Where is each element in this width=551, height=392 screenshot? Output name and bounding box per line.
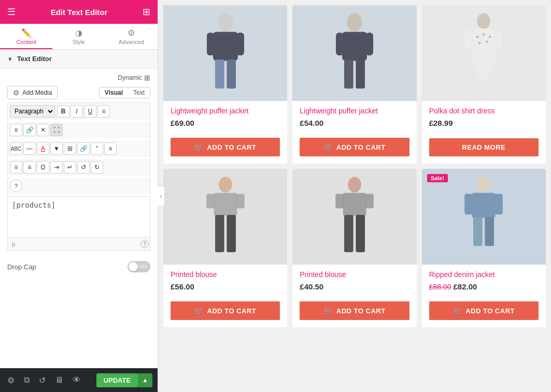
- tab-style[interactable]: ◑ Style: [52, 24, 105, 49]
- main-area: Lightweight puffer jacket £69.00 🛒 ADD T…: [158, 0, 551, 392]
- svg-rect-25: [227, 215, 236, 252]
- add-to-cart-button[interactable]: 🛒 ADD TO CART: [300, 301, 409, 320]
- svg-point-12: [477, 13, 491, 28]
- tab-content[interactable]: ✏️ Content: [0, 24, 52, 49]
- tab-advanced[interactable]: ⚙ Advanced: [105, 24, 158, 49]
- svg-rect-18: [465, 30, 472, 49]
- media-icon: ⚙: [13, 89, 20, 97]
- svg-rect-10: [344, 60, 354, 89]
- align-button[interactable]: ≡: [97, 105, 110, 118]
- underline-button[interactable]: U: [84, 105, 96, 118]
- add-to-cart-button[interactable]: 🛒 ADD TO CART: [300, 138, 409, 156]
- add-to-cart-button[interactable]: 🛒 ADD TO CART: [171, 301, 280, 320]
- editor-area[interactable]: [products]: [7, 196, 150, 238]
- abc-button[interactable]: ABC: [10, 142, 22, 155]
- product-info: Printed blouse £40.50: [292, 265, 416, 301]
- panel-tabs: ✏️ Content ◑ Style ⚙ Advanced: [0, 24, 158, 50]
- product-card: Polka dot shirt dress £28.99 READ MORE: [422, 5, 546, 164]
- cart-icon: 🛒: [194, 307, 204, 315]
- add-to-cart-label: ADD TO CART: [465, 307, 515, 315]
- fullscreen-button[interactable]: ⛶: [50, 124, 63, 136]
- cart-icon: 🛒: [194, 143, 204, 151]
- omega-button[interactable]: Ω: [37, 161, 49, 173]
- undo-button[interactable]: ↺: [77, 161, 90, 173]
- svg-point-0: [218, 13, 233, 31]
- bold-button[interactable]: B: [57, 105, 69, 118]
- cart-icon: 🛒: [323, 307, 333, 315]
- dismiss-button[interactable]: ✕: [37, 124, 49, 136]
- add-to-cart-label: ADD TO CART: [207, 143, 257, 151]
- product-name: Printed blouse: [300, 270, 409, 279]
- help-toolbar-button[interactable]: ?: [10, 180, 22, 192]
- add-to-cart-button[interactable]: 🛒 ADD TO CART: [429, 301, 539, 320]
- product-price-container: £56.00: [171, 282, 280, 291]
- hamburger-icon[interactable]: ☰: [7, 6, 16, 18]
- svg-rect-1: [213, 32, 238, 61]
- product-card: Lightweight puffer jacket £69.00 🛒 ADD T…: [163, 5, 287, 164]
- dynamic-label: Dynamic: [118, 74, 142, 81]
- settings-icon[interactable]: ⚙: [5, 373, 17, 387]
- redo-button[interactable]: ↻: [91, 161, 103, 173]
- toolbar-row-3: ABC — A ▼ ⊞ 🔗 " ≡: [7, 140, 150, 157]
- text-button[interactable]: Text: [128, 88, 150, 98]
- product-price: £40.50: [300, 282, 323, 291]
- text-color-button[interactable]: A: [37, 142, 49, 155]
- history-icon[interactable]: ↺: [37, 373, 48, 387]
- collapse-handle[interactable]: ‹: [158, 186, 165, 207]
- link-button[interactable]: 🔗: [23, 124, 36, 136]
- panel-body: Dynamic ⊞ ⚙ Add Media Visual Text Paragr…: [0, 68, 158, 368]
- indent-button[interactable]: ⇥: [50, 161, 63, 173]
- product-info: Lightweight puffer jacket £54.00: [292, 101, 416, 138]
- svg-rect-8: [336, 33, 343, 55]
- layers-icon[interactable]: ⧉: [22, 373, 32, 387]
- cart-icon: 🛒: [453, 307, 462, 315]
- product-price: £28.99: [429, 119, 453, 127]
- update-button[interactable]: UPDATE: [96, 373, 138, 387]
- hr-button[interactable]: —: [23, 142, 36, 155]
- add-to-cart-button[interactable]: 🛒 ADD TO CART: [171, 138, 280, 156]
- visual-button[interactable]: Visual: [100, 88, 128, 98]
- eye-icon[interactable]: 👁: [70, 373, 83, 387]
- product-price-container: £40.50: [300, 282, 409, 291]
- help-icon[interactable]: ?: [140, 240, 149, 248]
- product-price: £56.00: [171, 282, 194, 291]
- dynamic-icon[interactable]: ⊞: [144, 74, 150, 82]
- italic-button[interactable]: I: [70, 105, 83, 118]
- update-dropdown-button[interactable]: ▲: [138, 373, 152, 387]
- grid-icon[interactable]: ⊞: [143, 6, 150, 18]
- svg-point-20: [219, 177, 232, 192]
- align-center-button[interactable]: ≡: [23, 161, 36, 173]
- add-to-cart-label: ADD TO CART: [336, 307, 386, 315]
- svg-rect-11: [356, 60, 365, 89]
- read-more-button[interactable]: READ MORE: [429, 138, 539, 156]
- product-name: Lightweight puffer jacket: [171, 106, 280, 115]
- product-image: [163, 5, 287, 101]
- svg-point-14: [483, 33, 485, 36]
- product-card: Sale! Ripped denim jacket £88.00£82.00 🛒…: [422, 169, 546, 327]
- product-price-container: £28.99: [429, 119, 539, 127]
- drop-cap-toggle[interactable]: OFF: [128, 261, 150, 272]
- add-to-cart-label: ADD TO CART: [336, 143, 386, 151]
- svg-rect-34: [465, 194, 473, 214]
- products-grid: Lightweight puffer jacket £69.00 🛒 ADD T…: [163, 5, 546, 327]
- product-image: [422, 5, 546, 101]
- svg-point-6: [347, 13, 362, 31]
- list-button[interactable]: ≡: [10, 124, 22, 136]
- custom2-button[interactable]: 🔗: [77, 142, 90, 155]
- cart-icon: 🛒: [323, 143, 333, 151]
- custom1-button[interactable]: ⊞: [64, 142, 76, 155]
- text-color-dropdown[interactable]: ▼: [50, 142, 63, 155]
- visual-text-toggle: Visual Text: [99, 87, 150, 98]
- product-info: Printed blouse £56.00: [163, 265, 287, 301]
- outdent-button[interactable]: ↵: [64, 161, 76, 173]
- add-media-button[interactable]: ⚙ Add Media: [7, 86, 58, 99]
- align-left-button[interactable]: ≡: [10, 161, 22, 173]
- quote-button[interactable]: ": [91, 142, 103, 155]
- paragraph-select[interactable]: Paragraph: [10, 105, 55, 118]
- justify-button[interactable]: ≡: [104, 142, 117, 155]
- product-info: Polka dot shirt dress £28.99: [422, 101, 546, 138]
- drop-cap-label: Drop Cap: [7, 263, 36, 271]
- device-icon[interactable]: 🖥: [53, 373, 65, 387]
- read-more-label: READ MORE: [462, 143, 505, 151]
- product-image: [422, 169, 546, 265]
